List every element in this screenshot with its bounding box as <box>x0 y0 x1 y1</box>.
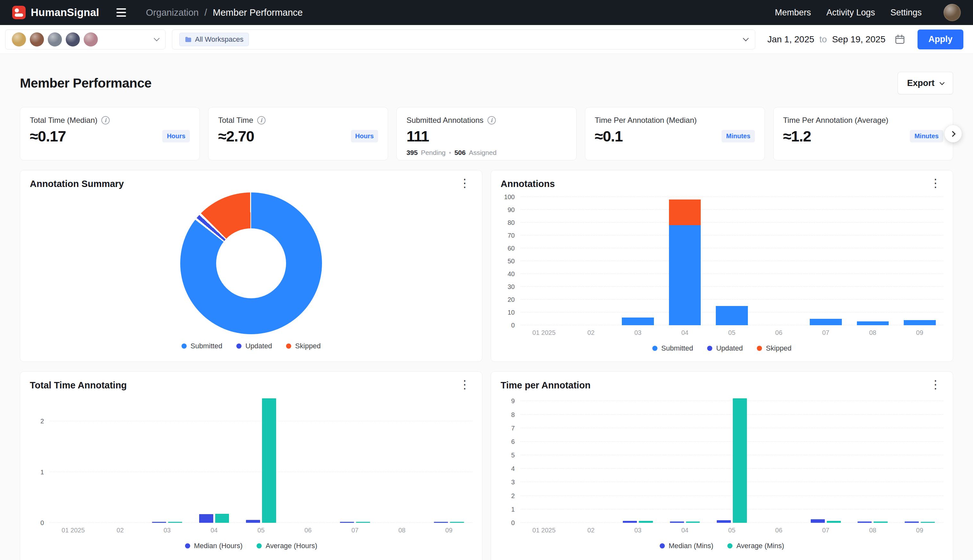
chart-title: Annotation Summary <box>30 178 124 189</box>
y-axis: 0102030405060708090100 <box>501 197 520 325</box>
y-axis: 012 <box>30 398 50 523</box>
legend-item[interactable]: Median (Hours) <box>185 542 243 550</box>
legend-item[interactable]: Updated <box>237 342 272 350</box>
navbar-right: Members Activity Logs Settings <box>775 4 961 21</box>
nav-link-settings[interactable]: Settings <box>890 8 922 18</box>
stat-unit-badge: Minutes <box>910 130 943 142</box>
export-label: Export <box>907 78 935 88</box>
chart-legend: SubmittedUpdatedSkipped <box>30 342 472 350</box>
chart-title: Annotations <box>501 178 555 189</box>
menu-icon[interactable] <box>114 6 128 19</box>
legend-item[interactable]: Submitted <box>652 344 693 352</box>
assigned-label: Assigned <box>469 149 496 157</box>
chevron-right-icon <box>950 131 955 137</box>
annotations-chart-card: Annotations ⋮ 0102030405060708090100 01 … <box>491 170 953 362</box>
legend-item[interactable]: Average (Hours) <box>257 542 317 550</box>
chevron-down-icon <box>940 80 945 85</box>
kebab-menu-icon[interactable]: ⋮ <box>457 380 472 389</box>
legend-label: Average (Hours) <box>265 542 317 550</box>
date-range-picker[interactable]: Jan 1, 2025 to Sep 19, 2025 <box>761 34 911 45</box>
legend-label: Updated <box>716 344 743 352</box>
legend-label: Median (Mins) <box>669 542 713 550</box>
stat-value: 111 <box>407 127 429 145</box>
legend-dot <box>257 543 262 548</box>
legend-dot <box>727 543 733 548</box>
stat-label: Submitted Annotations <box>407 116 483 125</box>
legend-item[interactable]: Skipped <box>757 344 791 352</box>
legend-item[interactable]: Updated <box>707 344 743 352</box>
export-button[interactable]: Export <box>898 72 953 94</box>
annotation-summary-card: Annotation Summary ⋮ SubmittedUpdatedSki… <box>20 170 482 362</box>
time-per-annotation-card: Time per Annotation ⋮ 0123456789 01 2025… <box>491 372 953 560</box>
page-title: Member Performance <box>20 76 152 91</box>
member-filter-select[interactable] <box>5 30 165 49</box>
stat-label: Time Per Annotation (Average) <box>783 116 888 125</box>
member-avatars <box>12 32 98 47</box>
nav-link-activity-logs[interactable]: Activity Logs <box>826 8 875 18</box>
legend-label: Submitted <box>661 344 693 352</box>
carousel-next-button[interactable] <box>945 125 962 142</box>
chart-title: Time per Annotation <box>501 380 590 391</box>
stat-value: ≈0.17 <box>30 127 66 145</box>
legend-item[interactable]: Submitted <box>182 342 222 350</box>
legend-dot <box>286 343 291 348</box>
breadcrumb-separator: / <box>205 7 207 18</box>
legend-dot <box>652 346 657 351</box>
user-avatar[interactable] <box>943 4 961 21</box>
chart-legend: Median (Mins)Average (Mins) <box>501 542 943 550</box>
stat-label: Total Time (Median) <box>30 116 98 125</box>
annotations-bar-chart: 0102030405060708090100 01 20250203040506… <box>501 197 943 337</box>
legend-dot <box>237 343 242 348</box>
plot-area <box>50 398 472 523</box>
stat-card-submitted-annotations: Submitted Annotations i 111 395 Pending … <box>397 107 576 160</box>
top-navbar: HumanSignal Organization / Member Perfor… <box>0 0 973 25</box>
workspace-tag-label: All Workspaces <box>195 35 243 43</box>
x-axis: 01 20250203040506070809 <box>50 527 472 534</box>
stat-value: ≈1.2 <box>783 127 811 145</box>
member-avatar <box>84 32 98 47</box>
pending-count: 395 <box>407 149 418 157</box>
chart-title: Total Time Annotating <box>30 380 127 391</box>
x-axis: 01 20250203040506070809 <box>520 527 943 534</box>
legend-item[interactable]: Average (Mins) <box>727 542 784 550</box>
legend-label: Submitted <box>190 342 222 350</box>
workspace-filter-select[interactable]: All Workspaces <box>172 30 755 49</box>
legend-item[interactable]: Median (Mins) <box>660 542 713 550</box>
member-avatar <box>30 32 44 47</box>
brand[interactable]: HumanSignal <box>12 6 99 19</box>
legend-dot <box>185 543 190 548</box>
calendar-icon <box>895 34 905 45</box>
kebab-menu-icon[interactable]: ⋮ <box>928 380 943 389</box>
chart-legend: Median (Hours)Average (Hours) <box>30 542 472 550</box>
donut-chart-wrap <box>30 192 472 334</box>
stat-unit-badge: Hours <box>162 130 190 142</box>
humansignal-logo-icon <box>12 6 26 19</box>
chevron-down-icon <box>743 35 748 41</box>
stat-unit-badge: Hours <box>351 130 378 142</box>
kebab-menu-icon[interactable]: ⋮ <box>457 178 472 188</box>
info-icon[interactable]: i <box>488 116 496 125</box>
annotation-summary-donut-chart <box>180 192 322 334</box>
stat-card-total-time-median: Total Time (Median) i ≈0.17 Hours <box>20 107 200 160</box>
breadcrumb-organization[interactable]: Organization <box>146 7 198 18</box>
info-icon[interactable]: i <box>102 116 110 125</box>
legend-label: Median (Hours) <box>194 542 243 550</box>
nav-link-members[interactable]: Members <box>775 8 811 18</box>
breadcrumb: Organization / Member Performance <box>146 7 303 18</box>
plot-area <box>520 398 943 523</box>
assigned-count: 506 <box>455 149 466 157</box>
main-content: Member Performance Export Total Time (Me… <box>0 72 973 560</box>
apply-button[interactable]: Apply <box>918 30 963 49</box>
info-icon[interactable]: i <box>257 116 265 125</box>
date-to: Sep 19, 2025 <box>832 34 885 45</box>
legend-dot <box>660 543 665 548</box>
legend-label: Average (Mins) <box>736 542 784 550</box>
stat-value: ≈0.1 <box>595 127 623 145</box>
x-axis: 01 20250203040506070809 <box>520 329 943 337</box>
workspace-tag[interactable]: All Workspaces <box>179 33 249 46</box>
kebab-menu-icon[interactable]: ⋮ <box>928 178 943 188</box>
stat-label: Total Time <box>218 116 253 125</box>
stat-substats: 395 Pending • 506 Assigned <box>407 149 566 157</box>
legend-item[interactable]: Skipped <box>286 342 321 350</box>
member-avatar <box>48 32 62 47</box>
